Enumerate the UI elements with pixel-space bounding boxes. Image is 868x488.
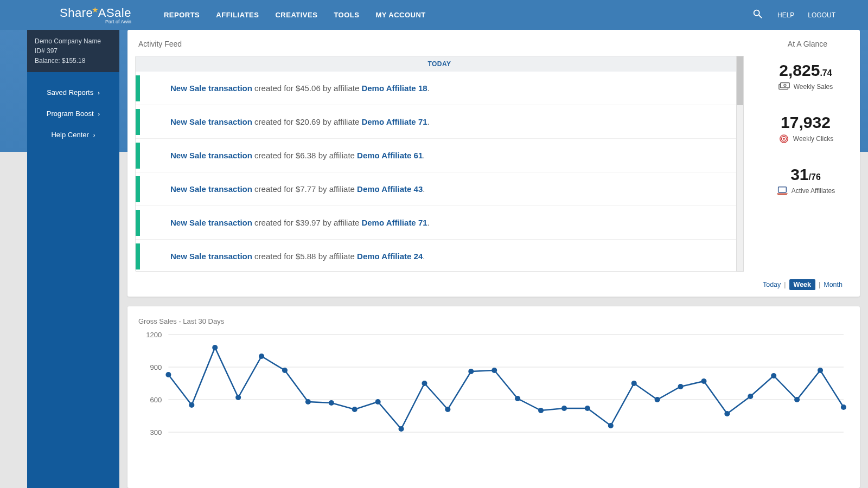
status-bar-icon [136, 176, 140, 202]
svg-point-27 [445, 407, 450, 412]
feed-row[interactable]: New Sale transaction created for $7.77 b… [136, 172, 743, 206]
svg-point-17 [212, 345, 218, 350]
sidebar-program-boost[interactable]: Program Boost› [27, 103, 119, 124]
gross-sales-chart: 3006009001200 [138, 332, 849, 473]
svg-point-32 [561, 406, 567, 411]
at-a-glance-title: At A Glance [788, 40, 849, 48]
svg-point-34 [608, 423, 614, 428]
svg-point-24 [375, 399, 381, 404]
gross-sales-chart-card: Gross Sales - Last 30 Days 3006009001200 [127, 306, 860, 488]
svg-point-43 [818, 368, 823, 373]
svg-point-30 [515, 396, 520, 401]
company-balance: Balance: $155.18 [35, 56, 112, 66]
svg-point-39 [724, 411, 730, 416]
company-name: Demo Company Name [35, 36, 112, 46]
logout-link[interactable]: LOGOUT [808, 11, 835, 19]
feed-scrollbar[interactable] [736, 56, 744, 272]
svg-point-25 [399, 426, 404, 432]
star-icon: ★ [92, 5, 99, 14]
svg-point-22 [329, 400, 334, 406]
search-icon[interactable] [752, 8, 764, 22]
feed-text: New Sale transaction created for $7.77 b… [140, 184, 425, 194]
svg-rect-1 [780, 83, 789, 88]
target-icon [778, 134, 790, 144]
feed-text: New Sale transaction created for $5.88 b… [140, 252, 425, 261]
svg-point-40 [748, 394, 753, 399]
stat-active-affiliates: 31/76 Active Affiliates [776, 165, 835, 196]
logo[interactable]: Share★ASale Part of Awin [60, 6, 131, 24]
main-header: Share★ASale Part of Awin REPORTS AFFILIA… [0, 0, 868, 30]
feed-row[interactable]: New Sale transaction created for $45.06 … [136, 72, 743, 105]
status-bar-icon [136, 109, 140, 135]
time-range-toggle: Today | Week | Month [763, 279, 843, 290]
sidebar-saved-reports[interactable]: Saved Reports› [27, 82, 119, 103]
svg-point-35 [631, 381, 637, 386]
nav-reports[interactable]: REPORTS [164, 11, 200, 19]
svg-point-38 [701, 378, 706, 384]
nav-my-account[interactable]: MY ACCOUNT [375, 11, 425, 19]
scrollbar-thumb[interactable] [737, 56, 743, 105]
activity-card: Activity Feed At A Glance TODAY New Sale… [127, 30, 860, 297]
svg-point-19 [259, 354, 264, 359]
svg-text:300: 300 [150, 428, 162, 436]
svg-point-41 [771, 373, 776, 378]
svg-point-5 [783, 138, 785, 140]
laptop-icon [776, 186, 788, 196]
stat-weekly-sales: 2,825.74 Weekly Sales [778, 61, 833, 92]
svg-text:600: 600 [150, 396, 162, 404]
chevron-right-icon: › [98, 89, 100, 96]
status-bar-icon [136, 210, 140, 236]
svg-point-31 [538, 408, 544, 413]
help-link[interactable]: HELP [777, 11, 794, 19]
feed-row[interactable]: New Sale transaction created for $6.38 b… [136, 139, 743, 172]
at-a-glance-panel: 2,825.74 Weekly Sales 17,932 Weekly Clic… [751, 56, 860, 284]
logo-subtitle: Part of Awin [60, 19, 131, 24]
svg-point-36 [655, 397, 660, 402]
sidebar-help-center[interactable]: Help Center› [27, 124, 119, 145]
sidebar: Demo Company Name ID# 397 Balance: $155.… [27, 30, 119, 488]
svg-point-44 [841, 404, 846, 410]
feed-text: New Sale transaction created for $6.38 b… [140, 151, 425, 160]
primary-nav: REPORTS AFFILIATES CREATIVES TOOLS MY AC… [164, 11, 426, 19]
toggle-month[interactable]: Month [824, 281, 843, 288]
status-bar-icon [136, 75, 140, 101]
feed-row[interactable]: New Sale transaction created for $20.69 … [136, 105, 743, 139]
toggle-today[interactable]: Today [763, 281, 781, 288]
svg-point-16 [189, 402, 194, 408]
svg-point-37 [678, 384, 683, 389]
money-icon [778, 82, 790, 92]
activity-feed-title: Activity Feed [138, 40, 182, 48]
chart-title: Gross Sales - Last 30 Days [138, 317, 849, 325]
svg-point-28 [468, 369, 474, 374]
stat-weekly-clicks: 17,932 Weekly Clicks [778, 113, 833, 144]
activity-feed: TODAY New Sale transaction created for $… [135, 56, 744, 284]
feed-row[interactable]: New Sale transaction created for $5.88 b… [136, 240, 743, 272]
status-bar-icon [136, 143, 140, 169]
feed-text: New Sale transaction created for $45.06 … [140, 84, 430, 93]
svg-point-42 [794, 397, 800, 402]
svg-text:900: 900 [150, 363, 162, 371]
nav-creatives[interactable]: CREATIVES [275, 11, 317, 19]
svg-point-15 [165, 372, 171, 377]
feed-text: New Sale transaction created for $20.69 … [140, 117, 430, 126]
chevron-right-icon: › [93, 132, 95, 138]
company-id: ID# 397 [35, 46, 112, 56]
svg-point-21 [305, 399, 311, 404]
svg-text:1200: 1200 [146, 332, 162, 339]
toggle-week[interactable]: Week [789, 279, 815, 290]
svg-point-20 [282, 368, 288, 373]
status-bar-icon [136, 243, 140, 269]
feed-today-header: TODAY [136, 56, 743, 72]
chevron-right-icon: › [98, 111, 100, 117]
nav-tools[interactable]: TOOLS [334, 11, 359, 19]
svg-rect-6 [778, 187, 786, 192]
svg-point-33 [585, 406, 590, 411]
svg-point-29 [492, 368, 497, 373]
svg-point-18 [235, 395, 241, 400]
feed-text: New Sale transaction created for $39.97 … [140, 218, 430, 227]
feed-row[interactable]: New Sale transaction created for $39.97 … [136, 206, 743, 240]
nav-affiliates[interactable]: AFFILIATES [216, 11, 259, 19]
company-info: Demo Company Name ID# 397 Balance: $155.… [27, 30, 119, 72]
svg-point-23 [352, 407, 358, 412]
svg-point-26 [422, 381, 427, 386]
